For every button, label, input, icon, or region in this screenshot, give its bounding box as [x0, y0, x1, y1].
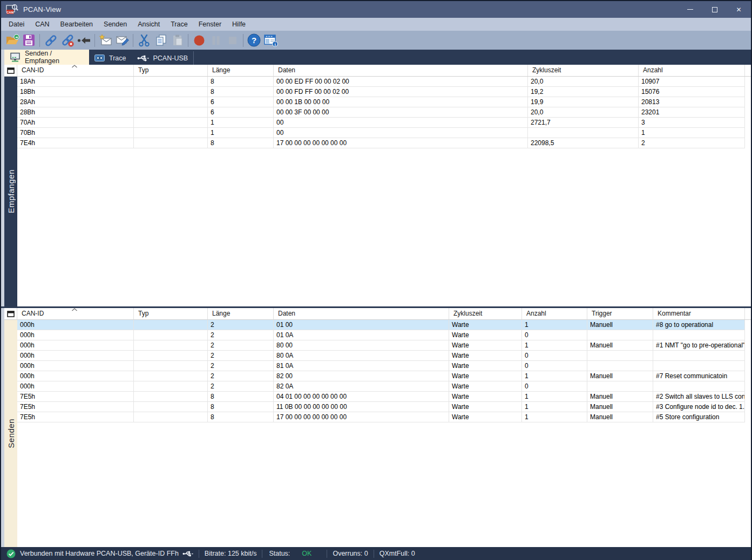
column-header-typ[interactable]: Typ	[134, 65, 208, 76]
disconnect-button[interactable]	[59, 32, 76, 49]
edit-message-button[interactable]	[114, 32, 131, 49]
table-cell: 8	[208, 412, 274, 422]
copy-button[interactable]	[152, 32, 169, 49]
select-all-icon[interactable]	[4, 308, 17, 319]
table-cell: #1 NMT "go to pre-operational"	[653, 340, 745, 350]
menu-trace[interactable]: Trace	[165, 18, 193, 31]
column-header-zykluszeit[interactable]: Zykluszeit	[449, 308, 522, 319]
menu-fenster[interactable]: Fenster	[193, 18, 227, 31]
connected-check-icon	[6, 549, 16, 558]
table-row[interactable]: 000h282 0AWarte0	[17, 381, 745, 392]
table-cell: #3 Configure node id to dec. 1...	[653, 402, 745, 412]
table-cell: 00	[274, 118, 528, 127]
table-cell: 2	[208, 320, 274, 330]
bitrate-text: Bitrate: 125 kbit/s	[205, 550, 257, 557]
tab-trace[interactable]: Trace	[89, 51, 132, 65]
column-header-daten[interactable]: Daten	[274, 308, 449, 319]
side-tab-senden[interactable]: Senden	[4, 320, 17, 547]
column-header-daten[interactable]: Daten	[274, 65, 528, 76]
message-window-button[interactable]: i	[262, 32, 279, 49]
column-header-typ[interactable]: Typ	[134, 308, 208, 319]
table-cell: Warte	[449, 330, 522, 340]
transmit-message-list: CAN-IDTypLängeDatenZykluszeitAnzahlTrigg…	[4, 308, 751, 547]
pause-button[interactable]	[207, 32, 224, 49]
menu-bearbeiten[interactable]: Bearbeiten	[55, 18, 98, 31]
tab-pcan-usb[interactable]: PCAN-USB	[132, 51, 194, 65]
table-cell: 20,0	[528, 107, 639, 117]
status-separator	[262, 550, 262, 558]
tab-label: Senden / Empfangen	[25, 50, 84, 65]
table-cell: 8	[208, 138, 274, 148]
table-cell: 01 0A	[274, 330, 449, 340]
table-row[interactable]: 70Ah1002721,73	[17, 118, 745, 128]
table-cell: 17 00 00 00 00 00 00 00	[274, 412, 449, 422]
table-cell: 0	[522, 351, 587, 360]
column-header-zykluszeit[interactable]: Zykluszeit	[528, 65, 639, 76]
column-header-anzahl[interactable]: Anzahl	[639, 65, 745, 76]
table-row[interactable]: 28Bh600 00 3F 00 00 0020,023201	[17, 107, 745, 118]
table-row[interactable]: 000h282 00Warte1Manuell#7 Reset communic…	[17, 371, 745, 381]
table-cell: 17 00 00 00 00 00 00 00	[274, 138, 528, 148]
table-cell	[528, 128, 639, 138]
column-header-l-nge[interactable]: Länge	[208, 308, 274, 319]
column-header-l-nge[interactable]: Länge	[208, 65, 274, 76]
table-row[interactable]: 7E5h817 00 00 00 00 00 00 00Warte1Manuel…	[17, 412, 745, 422]
table-cell: 000h	[17, 320, 134, 330]
table-cell	[587, 351, 653, 360]
table-cell	[134, 107, 208, 117]
table-row[interactable]: 70Bh1001	[17, 128, 745, 138]
menu-hilfe[interactable]: Hilfe	[227, 18, 251, 31]
tab-senden-empfangen[interactable]: Senden / Empfangen	[4, 50, 89, 65]
connect-button[interactable]	[42, 32, 59, 49]
table-cell	[134, 340, 208, 350]
table-cell: 1	[522, 340, 587, 350]
table-cell	[587, 330, 653, 340]
table-row[interactable]: 7E4h817 00 00 00 00 00 00 0022098,52	[17, 138, 745, 148]
table-cell: 6	[208, 97, 274, 107]
menu-senden[interactable]: Senden	[98, 18, 132, 31]
select-all-icon[interactable]	[4, 65, 17, 76]
send-receive-icon	[10, 52, 21, 63]
table-row[interactable]: 28Ah600 00 1B 00 00 0019,920813	[17, 97, 745, 107]
column-header-trigger[interactable]: Trigger	[587, 308, 653, 319]
column-header-kommentar[interactable]: Kommentar	[653, 308, 745, 319]
table-row[interactable]: 000h201 0AWarte0	[17, 330, 745, 340]
table-row[interactable]: 000h281 0AWarte0	[17, 361, 745, 371]
connection-status-text: Verbunden mit Hardware PCAN-USB, Geräte-…	[20, 550, 179, 557]
table-cell: 10907	[639, 77, 745, 86]
table-cell: 1	[208, 128, 274, 138]
menu-can[interactable]: CAN	[30, 18, 55, 31]
cut-button[interactable]	[136, 32, 152, 49]
maximize-button[interactable]	[702, 1, 727, 18]
toolbar-separator	[94, 34, 95, 47]
menu-datei[interactable]: Datei	[3, 18, 30, 31]
table-row[interactable]: 7E5h811 0B 00 00 00 00 00 00Warte1Manuel…	[17, 402, 745, 412]
table-row[interactable]: 18Bh800 00 FD FF 00 00 02 0019,215076	[17, 87, 745, 97]
help-button[interactable]: ?	[246, 32, 262, 49]
open-button[interactable]	[4, 32, 21, 49]
menu-ansicht[interactable]: Ansicht	[132, 18, 165, 31]
stop-button[interactable]	[224, 32, 241, 49]
close-button[interactable]: ✕	[727, 1, 751, 18]
table-cell: 80 00	[274, 340, 449, 350]
table-cell	[587, 381, 653, 391]
new-message-button[interactable]	[97, 32, 114, 49]
table-cell: Manuell	[587, 340, 653, 350]
minimize-button[interactable]	[678, 1, 702, 18]
cut-icon	[138, 34, 151, 47]
table-row[interactable]: 000h280 00Warte1Manuell#1 NMT "go to pre…	[17, 340, 745, 351]
paste-button[interactable]	[169, 32, 186, 49]
table-cell: 7E4h	[17, 138, 134, 148]
column-header-anzahl[interactable]: Anzahl	[522, 308, 587, 319]
record-button[interactable]	[191, 32, 207, 49]
save-button[interactable]	[21, 32, 37, 49]
table-row[interactable]: 18Ah800 00 ED FF 00 00 02 0020,010907	[17, 77, 745, 87]
detach-button[interactable]	[76, 32, 92, 49]
table-cell: 00 00 1B 00 00 00	[274, 97, 528, 107]
table-row[interactable]: 000h201 00Warte1Manuell#8 go to operatio…	[17, 320, 745, 330]
table-row[interactable]: 7E5h804 01 00 00 00 00 00 00Warte1Manuel…	[17, 392, 745, 402]
side-tab-empfangen[interactable]: Empfangen	[4, 77, 17, 306]
table-cell	[134, 77, 208, 86]
table-row[interactable]: 000h280 0AWarte0	[17, 351, 745, 361]
table-cell: 00 00 3F 00 00 00	[274, 107, 528, 117]
